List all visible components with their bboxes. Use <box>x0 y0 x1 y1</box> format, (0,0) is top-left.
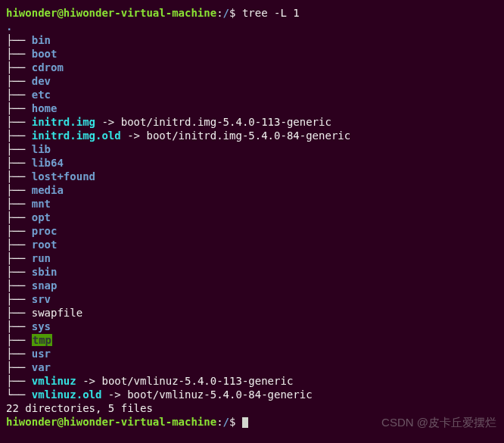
tree-branch: ├── <box>6 307 32 319</box>
tree-entry-name: root <box>32 239 58 251</box>
tree-entry-name: media <box>32 184 64 196</box>
prompt-sep: : <box>216 416 222 428</box>
tree-entry: ├── run <box>6 251 498 265</box>
link-arrow: -> <box>95 116 121 128</box>
tree-entry: ├── snap <box>6 279 498 292</box>
tree-entry: ├── mnt <box>6 197 498 211</box>
tree-branch: ├── <box>6 361 32 373</box>
tree-branch: ├── <box>6 348 32 360</box>
tree-entry: ├── proc <box>6 224 498 238</box>
link-arrow: -> <box>121 129 147 142</box>
tree-branch: ├── <box>6 170 32 183</box>
tree-entry: ├── initrd.img -> boot/initrd.img-5.4.0-… <box>6 115 498 129</box>
tree-entry-name: cdrom <box>32 61 64 73</box>
prompt-sep: : <box>216 7 222 19</box>
tree-branch: ├── <box>6 211 32 223</box>
tree-entry-name: initrd.img <box>32 116 95 128</box>
tree-entry: ├── vmlinuz -> boot/vmlinuz-5.4.0-113-ge… <box>6 374 498 388</box>
tree-entry-name: bin <box>32 34 51 46</box>
tree-entry: ├── swapfile <box>6 306 498 320</box>
tree-entry: ├── usr <box>6 347 498 360</box>
tree-entry-name: swapfile <box>32 307 82 319</box>
command-text <box>235 416 241 428</box>
tree-entry-name: opt <box>32 211 51 223</box>
tree-entry-name: dev <box>32 75 51 87</box>
tree-entry-name: vmlinuz.old <box>32 388 102 401</box>
tree-entry: ├── sbin <box>6 265 498 279</box>
tree-branch: ├── <box>6 116 32 128</box>
prompt-path: / <box>223 416 229 428</box>
tree-entry-name: vmlinuz <box>32 375 76 387</box>
tree-branch: ├── <box>6 375 32 387</box>
tree-branch: ├── <box>6 48 32 60</box>
tree-branch: └── <box>6 388 32 401</box>
tree-entry-name: initrd.img.old <box>32 129 121 142</box>
tree-entry-name: mnt <box>32 198 51 210</box>
tree-branch: ├── <box>6 89 32 101</box>
tree-branch: ├── <box>6 225 32 237</box>
tree-branch: ├── <box>6 239 32 251</box>
tree-entry-name: var <box>32 361 51 373</box>
summary-line: 22 directories, 5 files <box>6 401 498 415</box>
watermark: CSDN @皮卡丘爱摆烂 <box>381 416 496 429</box>
tree-entry: ├── var <box>6 360 498 374</box>
tree-entry-name: lost+found <box>32 170 95 183</box>
link-target: boot/initrd.img-5.4.0-84-generic <box>146 129 350 142</box>
tree-branch: ├── <box>6 34 32 46</box>
tree-entry-name: etc <box>32 89 51 101</box>
tree-entry: ├── dev <box>6 74 498 88</box>
tree-branch: ├── <box>6 198 32 210</box>
link-arrow: -> <box>76 375 102 387</box>
tree-entry: ├── lost+found <box>6 170 498 183</box>
cursor <box>242 417 248 428</box>
tree-branch: ├── <box>6 184 32 196</box>
tree-branch: ├── <box>6 75 32 87</box>
tree-entry-name: srv <box>32 293 51 305</box>
tree-entry-name: proc <box>32 225 58 237</box>
tree-entry-name: snap <box>32 279 58 292</box>
tree-branch: ├── <box>6 129 32 142</box>
tree-branch: ├── <box>6 320 32 332</box>
tree-branch: ├── <box>6 102 32 114</box>
tree-branch: ├── <box>6 334 32 346</box>
tree-entry-name: usr <box>32 348 51 360</box>
prompt-user: hiwonder@hiwonder-virtual-machine <box>6 416 216 428</box>
tree-entry: └── vmlinuz.old -> boot/vmlinuz-5.4.0-84… <box>6 388 498 401</box>
link-target: boot/initrd.img-5.4.0-113-generic <box>121 116 331 128</box>
tree-entry: ├── lib <box>6 142 498 156</box>
tree-branch: ├── <box>6 293 32 305</box>
tree-entry-name: home <box>32 102 58 114</box>
tree-entry: ├── etc <box>6 88 498 101</box>
prompt-path: / <box>223 7 229 19</box>
tree-entry: ├── media <box>6 183 498 197</box>
tree-entry-name: sbin <box>32 266 58 278</box>
prompt-line-1: hiwonder@hiwonder-virtual-machine:/$ tre… <box>6 6 498 20</box>
tree-entry: ├── home <box>6 101 498 115</box>
tree-entry: ├── sys <box>6 320 498 333</box>
tree-entry: ├── tmp <box>6 333 498 347</box>
tree-entry: ├── boot <box>6 47 498 61</box>
tree-entry: ├── initrd.img.old -> boot/initrd.img-5.… <box>6 129 498 142</box>
tree-branch: ├── <box>6 61 32 73</box>
tree-entry: ├── srv <box>6 292 498 306</box>
tree-branch: ├── <box>6 143 32 155</box>
link-target: boot/vmlinuz-5.4.0-113-generic <box>101 375 293 387</box>
tree-entry: ├── bin <box>6 33 498 47</box>
tree-branch: ├── <box>6 279 32 292</box>
tree-entry-name: tmp <box>32 334 52 346</box>
link-target: boot/vmlinuz-5.4.0-84-generic <box>127 388 312 401</box>
link-arrow: -> <box>101 388 127 401</box>
tree-root-dot: . <box>6 20 498 33</box>
prompt-user: hiwonder@hiwonder-virtual-machine <box>6 7 216 19</box>
tree-entry: ├── opt <box>6 211 498 224</box>
tree-branch: ├── <box>6 252 32 264</box>
tree-entry: ├── root <box>6 238 498 251</box>
tree-entry-name: boot <box>32 48 58 60</box>
tree-entry-name: lib <box>32 143 51 155</box>
tree-entry: ├── cdrom <box>6 61 498 74</box>
tree-branch: ├── <box>6 157 32 169</box>
tree-entry-name: run <box>32 252 51 264</box>
terminal[interactable]: hiwonder@hiwonder-virtual-machine:/$ tre… <box>6 6 498 429</box>
command-text: tree -L 1 <box>235 7 299 19</box>
tree-entry-name: lib64 <box>32 157 64 169</box>
